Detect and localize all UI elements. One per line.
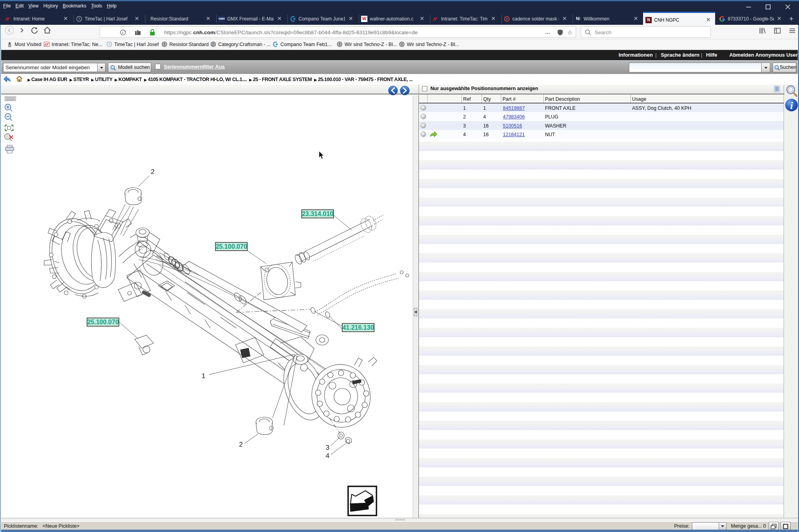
svg-text:23.314.010: 23.314.010: [302, 211, 333, 217]
svg-text:4: 4: [326, 452, 329, 460]
svg-text:i: i: [790, 100, 793, 111]
svg-text:1: 1: [202, 372, 205, 380]
svg-text:3: 3: [326, 444, 329, 451]
svg-text:2: 2: [239, 441, 243, 448]
svg-text:2: 2: [151, 168, 154, 175]
svg-text:25.100.070: 25.100.070: [87, 319, 119, 325]
svg-text:25.100.070: 25.100.070: [215, 243, 247, 250]
svg-text:41.216.130: 41.216.130: [342, 324, 374, 331]
